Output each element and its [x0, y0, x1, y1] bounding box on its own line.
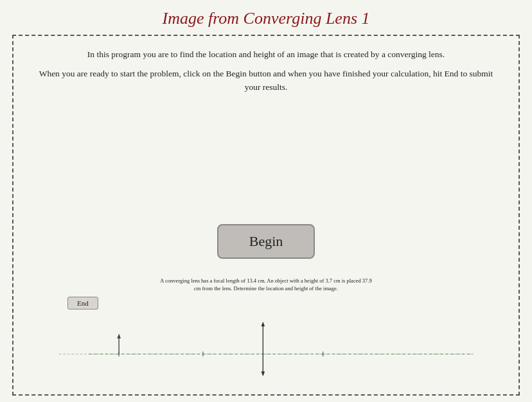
- intro-line1: In this program you are to find the loca…: [35, 48, 497, 62]
- svg-marker-5: [262, 322, 265, 326]
- intro-text: In this program you are to find the loca…: [35, 48, 497, 100]
- svg-marker-3: [117, 334, 121, 338]
- problem-section: A converging lens has a focal length of …: [29, 277, 503, 381]
- diagram-area: [29, 316, 503, 380]
- diagram-svg: [29, 316, 503, 380]
- page-title: Image from Converging Lens 1: [149, 0, 382, 35]
- begin-area: Begin A converging lens has a focal leng…: [29, 103, 503, 387]
- begin-button[interactable]: Begin: [217, 224, 315, 259]
- end-button[interactable]: End: [67, 297, 98, 310]
- problem-line1: A converging lens has a focal length of …: [160, 277, 371, 284]
- main-container: In this program you are to find the loca…: [12, 35, 520, 396]
- problem-text: A converging lens has a focal length of …: [160, 277, 371, 293]
- problem-line2: cm from the lens. Determine the location…: [194, 285, 338, 292]
- intro-line2: When you are ready to start the problem,…: [35, 67, 497, 94]
- svg-marker-6: [262, 371, 265, 376]
